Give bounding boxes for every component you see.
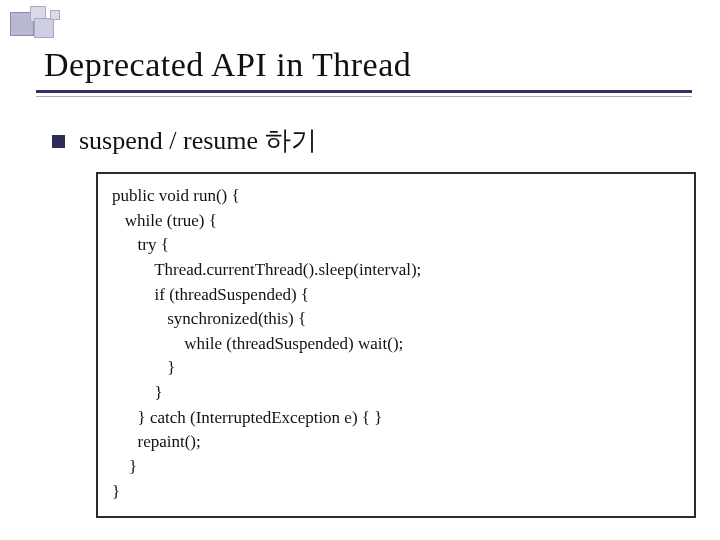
code-line: if (threadSuspended) { bbox=[112, 285, 309, 304]
slide-content: Deprecated API in Thread suspend / resum… bbox=[0, 0, 720, 540]
bullet-text: suspend / resume 하기 bbox=[79, 123, 317, 158]
rule-thin bbox=[36, 96, 692, 97]
code-line: repaint(); bbox=[112, 432, 201, 451]
code-line: } catch (InterruptedException e) { } bbox=[112, 408, 382, 427]
code-line: while (true) { bbox=[112, 211, 217, 230]
title-underline bbox=[36, 90, 692, 97]
code-line: try { bbox=[112, 235, 169, 254]
bullet-square-icon bbox=[52, 135, 65, 148]
code-line: } bbox=[112, 457, 137, 476]
code-line: public void run() { bbox=[112, 186, 240, 205]
bullet-item: suspend / resume 하기 bbox=[52, 123, 684, 158]
code-line: } bbox=[112, 383, 163, 402]
code-content: public void run() { while (true) { try {… bbox=[112, 184, 680, 504]
code-line: } bbox=[112, 482, 120, 501]
slide-title: Deprecated API in Thread bbox=[44, 46, 684, 84]
code-line: } bbox=[112, 358, 175, 377]
code-line: while (threadSuspended) wait(); bbox=[112, 334, 403, 353]
code-box: public void run() { while (true) { try {… bbox=[96, 172, 696, 518]
rule-thick bbox=[36, 90, 692, 93]
code-line: Thread.currentThread().sleep(interval); bbox=[112, 260, 421, 279]
code-line: synchronized(this) { bbox=[112, 309, 306, 328]
